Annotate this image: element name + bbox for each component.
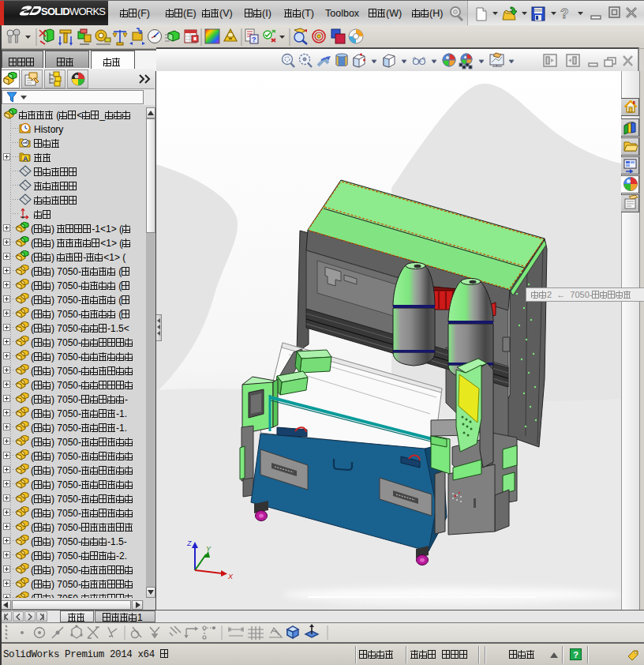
svg-text:SOLIDWORKS: SOLIDWORKS bbox=[41, 6, 106, 17]
svg-text:?: ? bbox=[252, 36, 256, 43]
svg-text:?: ? bbox=[560, 6, 568, 21]
svg-text:X: X bbox=[227, 573, 234, 580]
svg-text:Y: Y bbox=[206, 545, 212, 553]
svg-text:A: A bbox=[23, 155, 28, 163]
svg-text:Z: Z bbox=[186, 539, 192, 547]
